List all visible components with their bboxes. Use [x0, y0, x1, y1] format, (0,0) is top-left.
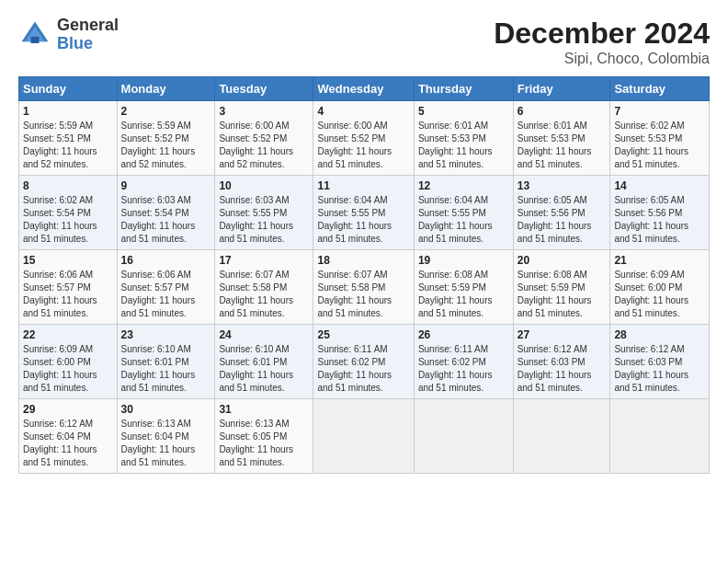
calendar-row: 8 Sunrise: 6:02 AMSunset: 5:54 PMDayligh…	[19, 176, 710, 250]
day-cell-29: 29 Sunrise: 6:12 AMSunset: 6:04 PMDaylig…	[19, 399, 118, 474]
day-info-17: Sunrise: 6:07 AMSunset: 5:58 PMDaylight:…	[219, 270, 293, 318]
logo-general-text: General	[57, 17, 119, 35]
day-cell-18: 18 Sunrise: 6:07 AMSunset: 5:58 PMDaylig…	[313, 250, 414, 325]
day-info-19: Sunrise: 6:08 AMSunset: 5:59 PMDaylight:…	[418, 270, 493, 318]
day-number-23: 23	[121, 328, 211, 341]
day-info-4: Sunrise: 6:00 AMSunset: 5:52 PMDaylight:…	[317, 121, 392, 169]
calendar-header-row: Sunday Monday Tuesday Wednesday Thursday…	[19, 77, 710, 101]
day-number-28: 28	[614, 328, 705, 341]
day-cell-21: 21 Sunrise: 6:09 AMSunset: 6:00 PMDaylig…	[610, 250, 710, 325]
day-info-9: Sunrise: 6:03 AMSunset: 5:54 PMDaylight:…	[121, 195, 196, 244]
day-number-10: 10	[219, 179, 309, 192]
day-info-15: Sunrise: 6:06 AMSunset: 5:57 PMDaylight:…	[23, 270, 97, 318]
day-info-20: Sunrise: 6:08 AMSunset: 5:59 PMDaylight:…	[518, 270, 592, 318]
col-saturday: Saturday	[610, 77, 710, 101]
day-number-5: 5	[418, 105, 509, 118]
col-monday: Monday	[117, 77, 215, 101]
subtitle: Sipi, Choco, Colombia	[494, 51, 710, 67]
col-sunday: Sunday	[19, 77, 118, 101]
day-cell-4: 4 Sunrise: 6:00 AMSunset: 5:52 PMDayligh…	[313, 101, 414, 176]
day-number-15: 15	[23, 254, 113, 267]
day-info-23: Sunrise: 6:10 AMSunset: 6:01 PMDaylight:…	[121, 344, 196, 393]
day-number-1: 1	[23, 105, 113, 118]
day-info-30: Sunrise: 6:13 AMSunset: 6:04 PMDaylight:…	[121, 419, 196, 467]
day-number-6: 6	[518, 105, 607, 118]
day-info-25: Sunrise: 6:11 AMSunset: 6:02 PMDaylight:…	[317, 344, 392, 393]
title-area: December 2024 Sipi, Choco, Colombia	[494, 17, 710, 67]
day-info-13: Sunrise: 6:05 AMSunset: 5:56 PMDaylight:…	[518, 195, 592, 244]
day-info-3: Sunrise: 6:00 AMSunset: 5:52 PMDaylight:…	[219, 121, 293, 169]
empty-cell	[610, 399, 710, 474]
svg-rect-2	[31, 37, 40, 43]
day-cell-7: 7 Sunrise: 6:02 AMSunset: 5:53 PMDayligh…	[610, 101, 710, 176]
day-info-6: Sunrise: 6:01 AMSunset: 5:53 PMDaylight:…	[518, 121, 592, 169]
calendar-row: 1 Sunrise: 5:59 AMSunset: 5:51 PMDayligh…	[19, 101, 710, 176]
day-number-21: 21	[614, 254, 705, 267]
logo-blue-text: Blue	[57, 35, 119, 53]
day-number-22: 22	[23, 328, 113, 341]
day-cell-13: 13 Sunrise: 6:05 AMSunset: 5:56 PMDaylig…	[513, 176, 610, 250]
day-cell-30: 30 Sunrise: 6:13 AMSunset: 6:04 PMDaylig…	[117, 399, 215, 474]
day-number-20: 20	[518, 254, 607, 267]
calendar-row: 22 Sunrise: 6:09 AMSunset: 6:00 PMDaylig…	[19, 325, 710, 399]
day-cell-1: 1 Sunrise: 5:59 AMSunset: 5:51 PMDayligh…	[19, 101, 118, 176]
day-info-31: Sunrise: 6:13 AMSunset: 6:05 PMDaylight:…	[219, 419, 293, 467]
day-number-26: 26	[418, 328, 509, 341]
col-tuesday: Tuesday	[215, 77, 313, 101]
day-cell-14: 14 Sunrise: 6:05 AMSunset: 5:56 PMDaylig…	[610, 176, 710, 250]
day-number-17: 17	[219, 254, 309, 267]
day-info-24: Sunrise: 6:10 AMSunset: 6:01 PMDaylight:…	[219, 344, 293, 393]
day-info-29: Sunrise: 6:12 AMSunset: 6:04 PMDaylight:…	[23, 419, 97, 467]
day-number-24: 24	[219, 328, 309, 341]
day-number-11: 11	[317, 179, 409, 192]
day-number-4: 4	[317, 105, 409, 118]
col-friday: Friday	[513, 77, 610, 101]
day-info-16: Sunrise: 6:06 AMSunset: 5:57 PMDaylight:…	[121, 270, 196, 318]
day-number-3: 3	[219, 105, 309, 118]
day-number-27: 27	[518, 328, 607, 341]
day-cell-31: 31 Sunrise: 6:13 AMSunset: 6:05 PMDaylig…	[215, 399, 313, 474]
day-cell-28: 28 Sunrise: 6:12 AMSunset: 6:03 PMDaylig…	[610, 325, 710, 399]
day-number-9: 9	[121, 179, 211, 192]
day-info-7: Sunrise: 6:02 AMSunset: 5:53 PMDaylight:…	[614, 121, 688, 169]
day-cell-12: 12 Sunrise: 6:04 AMSunset: 5:55 PMDaylig…	[414, 176, 513, 250]
header: General Blue December 2024 Sipi, Choco, …	[18, 17, 710, 67]
day-number-30: 30	[121, 403, 211, 416]
day-cell-23: 23 Sunrise: 6:10 AMSunset: 6:01 PMDaylig…	[117, 325, 215, 399]
day-cell-20: 20 Sunrise: 6:08 AMSunset: 5:59 PMDaylig…	[513, 250, 610, 325]
day-number-12: 12	[418, 179, 509, 192]
page: General Blue December 2024 Sipi, Choco, …	[0, 0, 728, 563]
day-info-26: Sunrise: 6:11 AMSunset: 6:02 PMDaylight:…	[418, 344, 493, 393]
day-info-27: Sunrise: 6:12 AMSunset: 6:03 PMDaylight:…	[518, 344, 592, 393]
main-title: December 2024	[494, 17, 710, 51]
day-number-8: 8	[23, 179, 113, 192]
day-cell-11: 11 Sunrise: 6:04 AMSunset: 5:55 PMDaylig…	[313, 176, 414, 250]
day-number-2: 2	[121, 105, 211, 118]
day-cell-15: 15 Sunrise: 6:06 AMSunset: 5:57 PMDaylig…	[19, 250, 118, 325]
day-info-18: Sunrise: 6:07 AMSunset: 5:58 PMDaylight:…	[317, 270, 392, 318]
day-cell-27: 27 Sunrise: 6:12 AMSunset: 6:03 PMDaylig…	[513, 325, 610, 399]
day-info-11: Sunrise: 6:04 AMSunset: 5:55 PMDaylight:…	[317, 195, 392, 244]
empty-cell	[513, 399, 610, 474]
day-info-22: Sunrise: 6:09 AMSunset: 6:00 PMDaylight:…	[23, 344, 97, 393]
calendar: Sunday Monday Tuesday Wednesday Thursday…	[18, 76, 710, 474]
calendar-row: 29 Sunrise: 6:12 AMSunset: 6:04 PMDaylig…	[19, 399, 710, 474]
day-number-14: 14	[614, 179, 705, 192]
day-cell-8: 8 Sunrise: 6:02 AMSunset: 5:54 PMDayligh…	[19, 176, 118, 250]
logo: General Blue	[18, 17, 119, 53]
day-info-8: Sunrise: 6:02 AMSunset: 5:54 PMDaylight:…	[23, 195, 97, 244]
calendar-row: 15 Sunrise: 6:06 AMSunset: 5:57 PMDaylig…	[19, 250, 710, 325]
day-cell-6: 6 Sunrise: 6:01 AMSunset: 5:53 PMDayligh…	[513, 101, 610, 176]
day-cell-9: 9 Sunrise: 6:03 AMSunset: 5:54 PMDayligh…	[117, 176, 215, 250]
col-thursday: Thursday	[414, 77, 513, 101]
day-info-1: Sunrise: 5:59 AMSunset: 5:51 PMDaylight:…	[23, 121, 97, 169]
day-info-14: Sunrise: 6:05 AMSunset: 5:56 PMDaylight:…	[614, 195, 688, 244]
day-info-2: Sunrise: 5:59 AMSunset: 5:52 PMDaylight:…	[121, 121, 196, 169]
day-number-25: 25	[317, 328, 409, 341]
empty-cell	[313, 399, 414, 474]
day-cell-16: 16 Sunrise: 6:06 AMSunset: 5:57 PMDaylig…	[117, 250, 215, 325]
day-info-28: Sunrise: 6:12 AMSunset: 6:03 PMDaylight:…	[614, 344, 688, 393]
day-number-16: 16	[121, 254, 211, 267]
day-cell-25: 25 Sunrise: 6:11 AMSunset: 6:02 PMDaylig…	[313, 325, 414, 399]
logo-text: General Blue	[57, 17, 119, 53]
